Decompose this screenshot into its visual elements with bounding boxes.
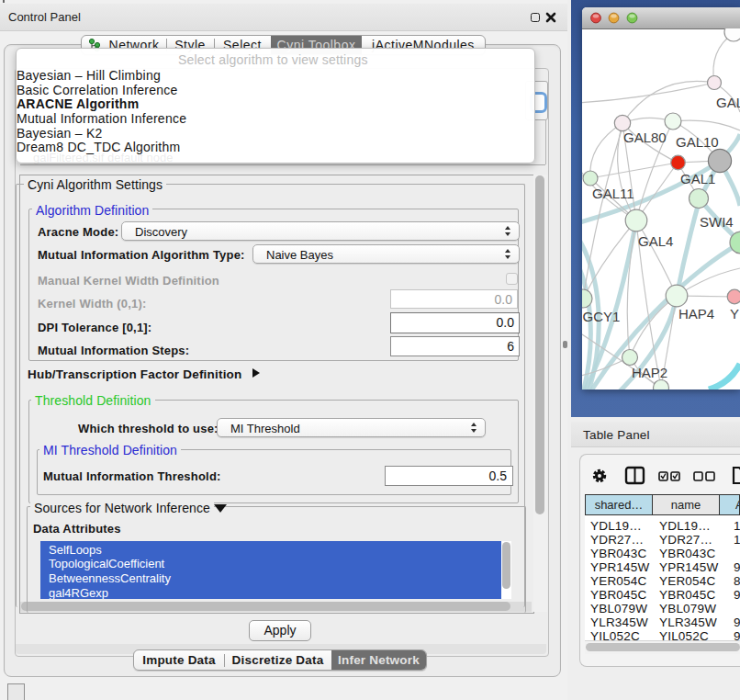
svg-text:SWI4: SWI4 (700, 214, 734, 230)
svg-text:GAL80: GAL80 (623, 130, 667, 145)
svg-text:Y: Y (730, 306, 739, 322)
svg-text:GAL10: GAL10 (676, 134, 719, 150)
svg-text:GAL1: GAL1 (680, 171, 715, 186)
svg-text:GCY1: GCY1 (583, 309, 621, 324)
svg-text:GAL2: GAL2 (716, 95, 740, 110)
svg-text:HAP2: HAP2 (632, 365, 667, 380)
svg-text:HAP4: HAP4 (678, 306, 714, 322)
svg-text:GAL4: GAL4 (638, 233, 673, 249)
svg-text:GAL11: GAL11 (592, 186, 634, 201)
